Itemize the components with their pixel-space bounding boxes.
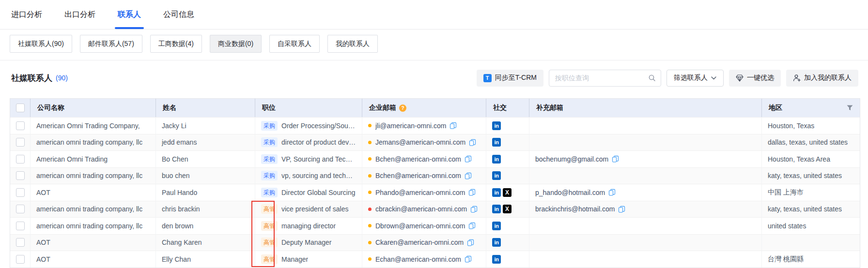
row-select-cell — [10, 167, 31, 184]
tab-联系人[interactable]: 联系人 — [118, 0, 141, 29]
email-link[interactable]: Phando@american-omni.com — [375, 189, 465, 196]
linkedin-icon[interactable]: in — [492, 155, 501, 164]
add-to-my-contacts-label: 加入我的联系人 — [804, 74, 852, 82]
alt-email-text[interactable]: bochenumg@gmail.com — [535, 155, 608, 163]
sync-to-tcrm-button[interactable]: T 同步至T-CRM — [477, 70, 543, 87]
col-region-label: 地区 — [769, 104, 782, 112]
row-select-cell — [10, 150, 31, 167]
email-link[interactable]: Bchen@american-omni.com — [375, 155, 461, 163]
add-to-my-contacts-button[interactable]: 加入我的联系人 — [786, 70, 858, 87]
filter-button-我的联系人[interactable]: 我的联系人 — [327, 35, 378, 53]
row-checkbox[interactable] — [16, 171, 25, 180]
tab-出口分析[interactable]: 出口分析 — [64, 0, 95, 29]
position-cell: 采购Director Global Sourcing — [255, 184, 362, 201]
email-link[interactable]: Echan@american-omni.com — [375, 255, 461, 263]
alt-email-cell — [529, 117, 762, 134]
copy-icon[interactable] — [467, 239, 474, 246]
linkedin-icon[interactable]: in — [492, 255, 501, 264]
row-checkbox[interactable] — [16, 121, 25, 130]
filter-button-邮件联系人(57)[interactable]: 邮件联系人(57) — [80, 35, 142, 53]
filter-button-商业数据(0)[interactable]: 商业数据(0) — [210, 35, 262, 53]
row-checkbox[interactable] — [16, 138, 25, 147]
filter-button-工商数据(4)[interactable]: 工商数据(4) — [150, 35, 202, 53]
tab-进口分析[interactable]: 进口分析 — [11, 0, 42, 29]
help-icon[interactable]: ? — [399, 104, 406, 112]
region-cell: katy, texas, united states — [762, 201, 860, 218]
x-icon[interactable]: X — [503, 188, 512, 197]
email-status-dot — [368, 174, 372, 178]
col-region: 地区 — [762, 99, 860, 117]
copy-icon[interactable] — [469, 139, 476, 146]
search-icon[interactable] — [648, 74, 656, 82]
tcrm-logo-icon: T — [483, 74, 492, 82]
position-tag: 采购 — [261, 154, 278, 164]
person-add-icon — [793, 74, 801, 82]
one-click-optimize-label: 一键优选 — [747, 74, 774, 82]
copy-icon[interactable] — [608, 189, 616, 196]
filter-bar: 社媒联系人(90)邮件联系人(57)工商数据(4)商业数据(0)自采联系人我的联… — [10, 35, 378, 53]
copy-icon[interactable] — [612, 155, 619, 163]
alt-email-text[interactable]: brackinchris@hotmail.com — [535, 205, 615, 213]
col-name: 姓名 — [156, 99, 255, 117]
copy-icon[interactable] — [468, 222, 476, 229]
copy-icon[interactable] — [618, 206, 625, 213]
filter-funnel-icon[interactable] — [847, 105, 853, 111]
position-search-box — [549, 70, 661, 87]
table-row: American Omni TradingBo Chen采购VP, Sourci… — [10, 150, 860, 167]
linkedin-icon[interactable]: in — [492, 222, 501, 230]
filter-button-自采联系人[interactable]: 自采联系人 — [269, 35, 320, 53]
row-checkbox[interactable] — [16, 188, 25, 197]
row-checkbox[interactable] — [16, 205, 25, 213]
tab-公司信息[interactable]: 公司信息 — [163, 0, 194, 29]
email-link[interactable]: Dbrown@american-omni.com — [375, 222, 465, 230]
email-link[interactable]: Bchen@american-omni.com — [375, 172, 461, 179]
copy-icon[interactable] — [465, 172, 472, 179]
copy-icon[interactable] — [450, 122, 457, 129]
x-icon[interactable]: X — [503, 205, 512, 213]
header-checkbox-cell — [10, 99, 31, 117]
col-social: 社交 — [486, 99, 529, 117]
sync-to-tcrm-label: 同步至T-CRM — [495, 74, 537, 82]
copy-icon[interactable] — [465, 155, 472, 163]
select-all-checkbox[interactable] — [16, 104, 25, 112]
linkedin-icon[interactable]: in — [492, 205, 501, 213]
row-select-cell — [10, 117, 31, 134]
alt-email-cell — [529, 134, 762, 151]
row-checkbox[interactable] — [16, 222, 25, 230]
position-cell: 采购vp, sourcing and technic... — [255, 167, 362, 184]
copy-icon[interactable] — [465, 255, 472, 263]
position-tag: 高管 — [261, 238, 278, 247]
position-cell: 采购VP, Sourcing and Techni... — [255, 150, 362, 167]
linkedin-icon[interactable]: in — [492, 121, 501, 130]
table-row: american omni trading company, llcbuo ch… — [10, 167, 860, 184]
linkedin-icon[interactable]: in — [492, 238, 501, 247]
row-checkbox[interactable] — [16, 155, 25, 164]
one-click-optimize-button[interactable]: 一键优选 — [729, 70, 781, 87]
social-cell: in — [486, 134, 529, 151]
linkedin-icon[interactable]: in — [492, 188, 501, 197]
alt-email-text[interactable]: p_hando@hotmail.com — [535, 189, 605, 196]
position-text: Manager — [281, 255, 308, 263]
row-checkbox[interactable] — [16, 255, 25, 264]
table-row: american omni trading company, llcchris … — [10, 201, 860, 218]
region-cell: katy, texas, united states — [762, 167, 860, 184]
table-row: American Omni Trading Company,Jacky Li采购… — [10, 117, 860, 134]
position-cell: 高管vice president of sales — [255, 201, 362, 218]
section-bar: 社媒联系人 (90) T 同步至T-CRM 筛选联系人 — [11, 68, 858, 88]
copy-icon[interactable] — [468, 189, 476, 196]
tabs-bar: 进口分析出口分析联系人公司信息 — [0, 0, 868, 30]
email-link[interactable]: Ckaren@american-omni.com — [375, 238, 464, 246]
company-cell: American Omni Trading — [31, 150, 156, 167]
linkedin-icon[interactable]: in — [492, 171, 501, 180]
copy-icon[interactable] — [470, 206, 478, 213]
row-checkbox[interactable] — [16, 238, 25, 247]
email-link[interactable]: jli@american-omni.com — [375, 122, 446, 130]
email-link[interactable]: Jemans@american-omni.com — [375, 138, 465, 146]
position-text: vp, sourcing and technic... — [281, 172, 356, 179]
linkedin-icon[interactable]: in — [492, 138, 501, 147]
filter-button-社媒联系人(90)[interactable]: 社媒联系人(90) — [10, 35, 72, 53]
position-search-input[interactable] — [554, 74, 648, 82]
name-cell: buo chen — [156, 167, 255, 184]
email-link[interactable]: cbrackin@american-omni.com — [375, 205, 467, 213]
filter-contacts-button[interactable]: 筛选联系人 — [666, 70, 724, 87]
